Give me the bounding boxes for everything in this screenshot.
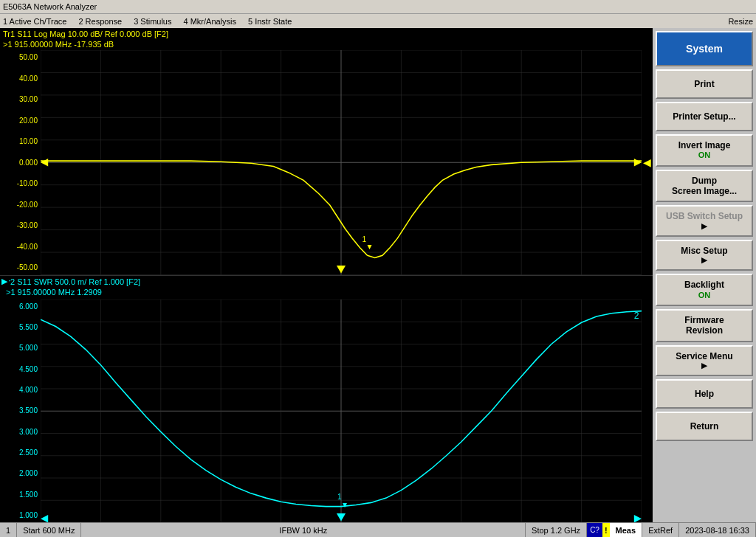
status-extref: ExtRef [642,523,679,537]
chart-bottom-header: Tr2 S11 SWR 500.0 m/ Ref 1.000 [F2] [0,276,653,288]
chart-top: Tr1 S11 Log Mag 10.00 dB/ Ref 0.000 dB [… [0,28,653,276]
svg-text:▼: ▼ [366,243,374,251]
side-panel: System Print Printer Setup... Invert Ima… [653,28,756,522]
y-label: 40.00 [1,75,39,83]
chart-bottom-grid: 1 ▼ 2 [41,299,642,523]
help-button[interactable]: Help [656,379,753,409]
svg-text:▼: ▼ [341,500,348,508]
y-label: 1.000 [1,511,39,519]
status-start: Start 600 MHz [17,523,81,537]
misc-setup-button[interactable]: Misc Setup ▶ [656,240,753,271]
y-label: 2.000 [1,469,39,477]
y-label: 3.500 [1,406,39,415]
svg-marker-52 [41,515,48,522]
usb-switch-button[interactable]: USB Switch Setup ▶ [656,205,753,236]
svg-marker-24 [41,159,48,167]
status-datetime: 2023-08-18 16:33 [679,523,756,537]
y-label: -50.00 [1,263,39,271]
service-menu-button[interactable]: Service Menu ▶ [656,345,753,376]
chart-top-grid: 1 ▼ [41,50,642,275]
menu-item-active-ch[interactable]: 1 Active Ch/Trace [3,17,66,26]
y-label: 3.000 [1,428,39,436]
status-bar: 1 Start 600 MHz IFBW 10 kHz Stop 1.2 GHz… [0,522,756,537]
chart-top-svg: 1 ▼ [41,50,642,275]
y-label: 0.000 [1,159,39,167]
status-stop: Stop 1.2 GHz [526,523,587,537]
chart-top-header: Tr1 S11 Log Mag 10.00 dB/ Ref 0.000 dB [… [0,28,653,40]
menu-item-mkr[interactable]: 4 Mkr/Analysis [183,17,236,26]
main-layout: Tr1 S11 Log Mag 10.00 dB/ Ref 0.000 dB [… [0,28,756,522]
svg-marker-25 [634,159,642,167]
resize-button[interactable]: Resize [728,17,753,26]
y-label: 5.500 [1,323,39,331]
invert-image-button[interactable]: Invert Image ON [656,134,753,167]
chart-bottom-svg: 1 ▼ 2 [41,299,642,523]
status-meas[interactable]: Meas [610,523,643,537]
y-label: 50.00 [1,53,39,61]
chart-top-trace-info: >1 915.00000 MHz -17.935 dB [0,40,653,50]
status-channel: 1 [0,523,17,537]
print-button[interactable]: Print [656,69,753,99]
status-marker: C? [587,523,602,537]
svg-marker-53 [634,515,642,522]
y-label: 1.500 [1,491,39,499]
svg-marker-54 [337,513,346,520]
chart-bottom-active: ▶ [0,276,9,287]
chart-area: Tr1 S11 Log Mag 10.00 dB/ Ref 0.000 dB [… [0,28,653,522]
menu-item-stimulus[interactable]: 3 Stimulus [134,17,171,26]
y-label: -10.00 [1,179,39,187]
chart-top-y-axis: 50.00 40.00 30.00 20.00 10.00 0.000 -10.… [0,50,41,275]
status-ifbw: IFBW 10 kHz [81,523,526,537]
y-label: 2.500 [1,448,39,457]
y-label: 10.00 [1,137,39,145]
system-button[interactable]: System [656,31,753,66]
menu-bar: 1 Active Ch/Trace 2 Response 3 Stimulus … [0,13,756,28]
chart-bottom-trace-info: >1 915.00000 MHz 1.2909 [0,288,653,299]
y-label: 5.000 [1,344,39,352]
printer-setup-button[interactable]: Printer Setup... [656,102,753,131]
backlight-button[interactable]: Backlight ON [656,274,753,306]
chart-bottom-y-axis: 6.000 5.500 5.000 4.500 4.000 3.500 3.00… [0,299,41,523]
firmware-revision-button[interactable]: Firmware Revision [656,309,753,342]
menu-item-response[interactable]: 2 Response [78,17,122,26]
y-label: -20.00 [1,201,39,209]
menu-item-instr[interactable]: 5 Instr State [248,17,292,26]
y-label: 4.000 [1,386,39,394]
y-label: -30.00 [1,221,39,229]
y-label: 30.00 [1,95,39,103]
chart-bottom: Tr2 S11 SWR 500.0 m/ Ref 1.000 [F2] >1 9… [0,276,653,523]
status-exclaim: ! [602,523,610,537]
svg-text:2: 2 [634,310,639,320]
y-label: 20.00 [1,117,39,125]
app-title: E5063A Network Analyzer [3,2,97,11]
y-label: -40.00 [1,243,39,251]
y-label: 4.500 [1,365,39,373]
return-button[interactable]: Return [656,412,753,441]
title-bar: E5063A Network Analyzer [0,0,756,13]
y-label: 6.000 [1,302,39,311]
svg-marker-26 [337,266,346,274]
dump-screen-button[interactable]: Dump Screen Image... [656,170,753,203]
chart-top-right-marker: ◀ [643,156,651,168]
